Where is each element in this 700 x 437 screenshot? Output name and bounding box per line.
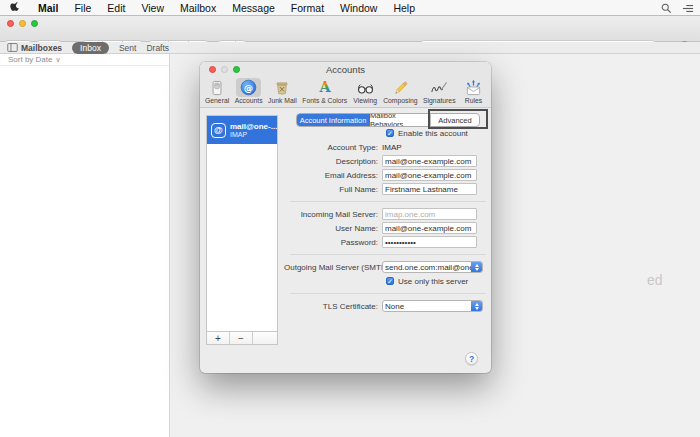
prefs-window-title: Accounts bbox=[200, 62, 491, 78]
email-address-label: Email Address: bbox=[284, 171, 382, 180]
apple-menu[interactable] bbox=[0, 1, 30, 14]
sidebar-icon bbox=[7, 43, 18, 52]
form-divider bbox=[290, 293, 486, 294]
watermark-text: ed bbox=[647, 272, 663, 288]
email-address-field[interactable] bbox=[382, 169, 477, 181]
favorites-sent[interactable]: Sent bbox=[119, 43, 137, 53]
menu-message[interactable]: Message bbox=[224, 2, 283, 14]
account-information-form: ✓ Enable this account Account Type: IMAP… bbox=[284, 126, 486, 313]
sort-label: Sort by Date bbox=[8, 55, 52, 64]
close-button[interactable] bbox=[7, 20, 14, 27]
description-field[interactable] bbox=[382, 155, 477, 167]
prefs-tab-accounts[interactable]: @ Accounts bbox=[235, 78, 263, 107]
account-list-actions: + − bbox=[207, 331, 277, 344]
rules-icon bbox=[465, 79, 482, 96]
notification-center-icon[interactable] bbox=[682, 3, 694, 14]
prefs-tab-viewing[interactable]: Viewing bbox=[353, 78, 378, 107]
user-name-label: User Name: bbox=[284, 224, 382, 233]
favorites-bar: Mailboxes Inbox Sent Drafts bbox=[0, 42, 700, 54]
enable-account-checkbox[interactable]: ✓ bbox=[386, 129, 394, 137]
menu-bar: Mail File Edit View Mailbox Message Form… bbox=[0, 0, 700, 16]
mailboxes-label: Mailboxes bbox=[21, 43, 62, 53]
prefs-tab-accounts-label: Accounts bbox=[235, 97, 263, 104]
password-label: Password: bbox=[284, 238, 382, 247]
prefs-tab-composing[interactable]: Composing bbox=[383, 78, 417, 107]
chevron-down-icon: ∨ bbox=[55, 56, 60, 64]
prefs-tab-general[interactable]: General bbox=[205, 78, 229, 107]
prefs-tab-signatures[interactable]: Signatures bbox=[423, 78, 456, 107]
prefs-toolbar: General @ Accounts bbox=[200, 78, 491, 108]
signatures-icon bbox=[430, 80, 448, 95]
accounts-icon: @ bbox=[240, 79, 257, 96]
menu-view[interactable]: View bbox=[133, 2, 172, 14]
menu-mailbox[interactable]: Mailbox bbox=[172, 2, 224, 14]
menu-mail[interactable]: Mail bbox=[30, 2, 66, 14]
tab-account-information[interactable]: Account Information bbox=[297, 114, 370, 126]
menu-window[interactable]: Window bbox=[332, 2, 385, 14]
remove-account-button[interactable]: − bbox=[230, 332, 253, 344]
use-only-server-checkbox[interactable]: ✓ bbox=[386, 277, 394, 285]
account-protocol: IMAP bbox=[230, 131, 277, 138]
svg-text:A: A bbox=[318, 79, 331, 95]
full-name-field[interactable] bbox=[382, 183, 477, 195]
add-account-button[interactable]: + bbox=[207, 332, 230, 344]
help-button[interactable]: ? bbox=[465, 352, 478, 365]
prefs-zoom-button[interactable] bbox=[233, 66, 240, 73]
svg-text:@: @ bbox=[244, 82, 253, 93]
prefs-tab-rules[interactable]: Rules bbox=[461, 78, 486, 107]
favorites-inbox[interactable]: Inbox bbox=[72, 42, 109, 54]
account-list-item[interactable]: @ mail@one-... IMAP bbox=[207, 116, 277, 144]
incoming-server-field bbox=[382, 208, 477, 220]
use-only-server-label: Use only this server bbox=[398, 277, 468, 286]
junk-mail-icon bbox=[274, 80, 290, 96]
form-divider bbox=[290, 201, 486, 202]
full-name-label: Full Name: bbox=[284, 185, 382, 194]
accounts-preferences-window: Accounts General bbox=[200, 62, 491, 373]
mailboxes-toggle[interactable]: Mailboxes bbox=[7, 43, 62, 53]
menu-edit[interactable]: Edit bbox=[99, 2, 133, 14]
prefs-tab-viewing-label: Viewing bbox=[353, 97, 377, 104]
tls-certificate-value: None bbox=[383, 302, 471, 311]
prefs-tab-general-label: General bbox=[205, 97, 229, 104]
tls-certificate-select[interactable]: None bbox=[382, 300, 483, 312]
account-list: @ mail@one-... IMAP + − bbox=[206, 115, 278, 345]
dropdown-arrows-icon bbox=[471, 261, 482, 273]
prefs-tab-rules-label: Rules bbox=[465, 97, 482, 104]
prefs-tab-junk-mail-label: Junk Mail bbox=[268, 97, 297, 104]
at-badge-icon: @ bbox=[211, 123, 226, 138]
message-list-column: Sort by Date ∨ bbox=[0, 54, 170, 437]
menu-help[interactable]: Help bbox=[385, 2, 423, 14]
fonts-colors-icon: A bbox=[317, 79, 333, 96]
prefs-tab-fonts-colors[interactable]: A Fonts & Colors bbox=[302, 78, 347, 107]
smtp-server-select[interactable]: send.one.com:mail@one-exam bbox=[382, 261, 483, 273]
password-field[interactable] bbox=[382, 236, 477, 248]
prefs-tab-composing-label: Composing bbox=[383, 97, 417, 104]
apple-icon bbox=[10, 1, 21, 14]
tls-certificate-label: TLS Certificate: bbox=[284, 302, 382, 311]
menu-format[interactable]: Format bbox=[283, 2, 332, 14]
prefs-minimize-button bbox=[221, 66, 228, 73]
account-type-label: Account Type: bbox=[284, 143, 382, 152]
prefs-tab-junk-mail[interactable]: Junk Mail bbox=[268, 78, 297, 107]
zoom-button[interactable] bbox=[31, 20, 38, 27]
spotlight-icon[interactable] bbox=[661, 3, 672, 14]
tab-advanced[interactable]: Advanced bbox=[431, 114, 479, 126]
description-label: Description: bbox=[284, 157, 382, 166]
account-type-value: IMAP bbox=[382, 143, 402, 152]
prefs-tab-signatures-label: Signatures bbox=[423, 97, 456, 104]
smtp-server-value: send.one.com:mail@one-exam bbox=[383, 263, 471, 272]
tab-mailbox-behaviors[interactable]: Mailbox Behaviors bbox=[370, 114, 431, 126]
viewing-icon bbox=[357, 81, 374, 95]
prefs-close-button[interactable] bbox=[209, 66, 216, 73]
enable-account-label: Enable this account bbox=[398, 129, 468, 138]
form-divider bbox=[290, 254, 486, 255]
prefs-titlebar: Accounts bbox=[200, 62, 491, 78]
prefs-tab-fonts-colors-label: Fonts & Colors bbox=[302, 97, 347, 104]
user-name-field[interactable] bbox=[382, 222, 477, 234]
menu-file[interactable]: File bbox=[66, 2, 99, 14]
dropdown-arrows-icon bbox=[471, 300, 482, 312]
favorites-drafts[interactable]: Drafts bbox=[146, 43, 169, 53]
sort-by-date-button[interactable]: Sort by Date ∨ bbox=[0, 54, 169, 66]
account-detail-tabs: Account Information Mailbox Behaviors Ad… bbox=[296, 113, 480, 127]
minimize-button[interactable] bbox=[19, 20, 26, 27]
